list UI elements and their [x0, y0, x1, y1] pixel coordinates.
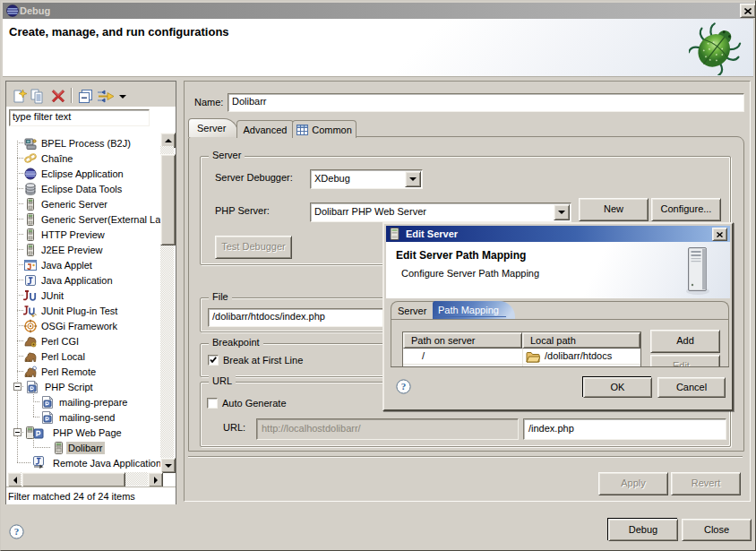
new-config-icon[interactable] [12, 89, 27, 104]
tree-item-junit-plugin[interactable]: JUnit Plug-in Test [6, 303, 176, 318]
configure-server-button[interactable]: Configure... [651, 198, 721, 221]
debug-button[interactable]: Debug [608, 519, 678, 541]
collapse-expander-icon[interactable] [13, 428, 21, 436]
php-script-icon [25, 380, 39, 394]
edit-server-help-button[interactable]: ? [396, 379, 411, 394]
cancel-button[interactable]: Cancel [657, 377, 726, 398]
tree-item-remote-java[interactable]: Remote Java Application [6, 455, 176, 470]
ok-button[interactable]: OK [583, 377, 652, 398]
window-titlebar[interactable]: Debug [3, 3, 753, 19]
combo-dropdown-button[interactable] [405, 171, 421, 187]
config-tree: BPEL Process (B2J) Chaîne [6, 125, 176, 486]
help-button[interactable]: ? [9, 524, 24, 539]
tree-hscrollbar[interactable] [7, 472, 161, 486]
breakpoint-group-title: Breakpoint [209, 337, 263, 348]
perl-camel-icon [23, 349, 38, 364]
collapse-expander-icon[interactable] [13, 383, 21, 391]
question-mark-icon: ? [396, 379, 411, 394]
tree-item-label: mailing-prepare [57, 396, 129, 409]
apply-button[interactable]: Apply [598, 472, 668, 495]
tree-item-mailing-prepare[interactable]: mailing-prepare [6, 394, 176, 409]
tree-item-label: BPEL Process (B2J) [39, 137, 133, 150]
tree-item-label: Eclipse Application [39, 168, 125, 180]
delete-icon[interactable] [51, 89, 65, 103]
tree-item-java-application[interactable]: Java Application [6, 272, 176, 288]
scrollbar-thumb[interactable] [21, 472, 125, 486]
duplicate-icon[interactable] [30, 89, 45, 104]
test-debugger-button[interactable]: Test Debugger [215, 236, 292, 259]
close-icon [717, 232, 723, 237]
tree-item-chaine[interactable]: Chaîne [6, 151, 176, 166]
arrow-up-icon [165, 139, 172, 142]
auto-generate-checkbox[interactable] [207, 398, 218, 409]
tree-item-label: Java Application [39, 274, 115, 287]
combo-dropdown-button[interactable] [554, 204, 570, 220]
tree-item-mailing-send[interactable]: mailing-send [6, 409, 176, 425]
tree-item-http-preview[interactable]: HTTP Preview [6, 227, 176, 242]
add-mapping-button[interactable]: Add [650, 330, 720, 353]
tree-item-php-web-page[interactable]: PHP Web Page [6, 425, 176, 440]
tree-item-generic-server-external[interactable]: Generic Server(External La [6, 211, 176, 227]
tree-item-dolibarr[interactable]: Dolibarr [6, 440, 176, 455]
tab-advanced[interactable]: Advanced [236, 120, 294, 138]
php-server-combo[interactable]: Dolibarr PHP Web Server [310, 202, 571, 222]
ok-button-ring: OK [582, 376, 651, 397]
tree-item-perl-remote[interactable]: Perl Remote [6, 364, 176, 379]
filter-input[interactable]: type filter text [9, 109, 150, 126]
edit-mapping-button[interactable]: Edit... [650, 355, 720, 366]
tree-item-junit[interactable]: JUnit [6, 288, 176, 303]
edit-server-heading: Edit Server Path Mapping [396, 249, 526, 262]
tree-item-java-applet[interactable]: Java Applet [6, 257, 176, 272]
arrow-left-icon [13, 477, 17, 484]
new-server-button[interactable]: New [579, 198, 649, 221]
scrollbar-thumb[interactable] [160, 154, 176, 245]
tree-item-label: J2EE Preview [39, 244, 104, 256]
server-tower-icon [389, 228, 400, 240]
perl-camel-icon [23, 334, 38, 349]
tab-folder-outer-line-hl [188, 457, 743, 458]
tree-item-eclipse-application[interactable]: Eclipse Application [6, 166, 176, 181]
tree-item-label: PHP Script [43, 381, 95, 393]
folder-open-icon [526, 351, 540, 363]
name-input[interactable]: Dolibarr [228, 93, 744, 112]
tree-item-perl-local[interactable]: Perl Local [6, 349, 176, 364]
tree-vscrollbar[interactable] [160, 133, 174, 471]
chevron-down-icon [409, 177, 417, 181]
tree-item-php-script[interactable]: PHP Script [6, 379, 176, 394]
database-icon [23, 182, 38, 196]
php-web-page-icon [52, 441, 66, 455]
server-debugger-combo[interactable]: XDebug [310, 169, 423, 189]
edit-server-titlebar[interactable]: Edit Server [386, 226, 730, 242]
tree-item-j2ee-preview[interactable]: J2EE Preview [6, 242, 176, 257]
edit-server-close-button[interactable] [712, 228, 727, 241]
server-group-title: Server [209, 150, 245, 160]
tree-item-bpel[interactable]: BPEL Process (B2J) [6, 135, 176, 151]
revert-button[interactable]: Revert [671, 472, 741, 495]
edit-server-dialog: Edit Server Edit Server Path Mapping Con… [382, 222, 734, 411]
tab-common[interactable]: Common [292, 120, 357, 138]
tab-server[interactable]: Server [188, 118, 238, 137]
tree-item-osgi[interactable]: OSGi Framework [6, 318, 176, 333]
column-header-local-path[interactable]: Local path [522, 332, 640, 349]
close-button[interactable]: Close [682, 519, 752, 541]
tree-item-label: Chaîne [39, 152, 74, 165]
tree-item-perl-cgi[interactable]: Perl CGI [6, 333, 176, 349]
toolbar-dropdown-arrow-icon[interactable] [119, 95, 126, 99]
url-path-value: /index.php [528, 423, 574, 434]
break-first-line-checkbox[interactable] [208, 355, 219, 366]
url-path-input[interactable]: /index.php [523, 418, 726, 440]
filter-icon[interactable] [97, 89, 115, 104]
tree-item-generic-server[interactable]: Generic Server [6, 196, 176, 211]
window-close-button[interactable] [740, 4, 756, 18]
scroll-right-button[interactable] [148, 472, 163, 486]
edit-server-tab-content: Path on server Local path / /dolibarr/ht… [391, 320, 728, 366]
debug-button-ring: Debug [607, 518, 677, 540]
scroll-down-button[interactable] [160, 458, 176, 473]
edit-tab-server[interactable]: Server [398, 306, 426, 316]
base-url-input-disabled[interactable]: http://localhostdolibarr/ [256, 418, 519, 440]
edit-tab-path-mapping[interactable]: Path Mapping [433, 301, 515, 319]
url-label: URL: [223, 422, 245, 433]
tree-item-eclipse-data-tools[interactable]: Eclipse Data Tools [6, 181, 176, 196]
column-header-path-on-server[interactable]: Path on server [403, 332, 522, 349]
collapse-all-icon[interactable] [78, 89, 93, 104]
